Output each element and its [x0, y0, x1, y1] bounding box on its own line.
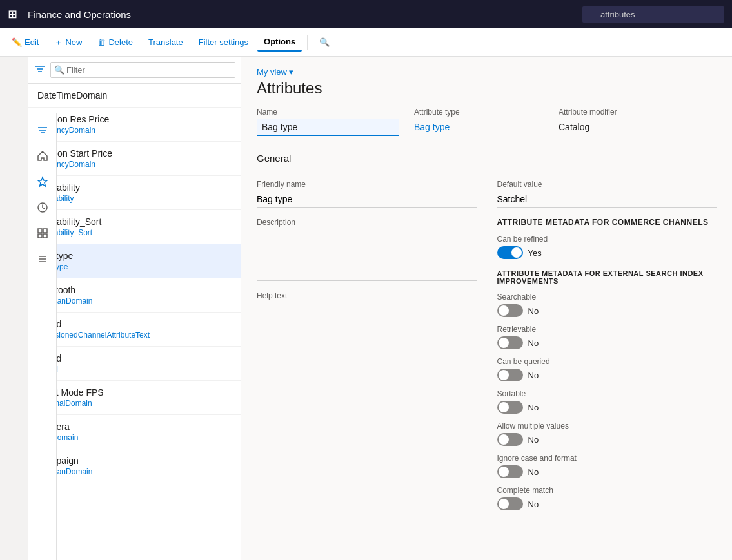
global-search-input[interactable] [582, 6, 724, 23]
new-icon: ＋ [54, 37, 63, 48]
search-button[interactable]: 🔍 [313, 34, 336, 51]
app-title: Finance and Operations [28, 9, 572, 20]
delete-button[interactable]: 🗑 Delete [91, 34, 139, 51]
toolbar-divider [307, 35, 308, 50]
search-icon: 🔍 [319, 37, 330, 47]
translate-button[interactable]: Translate [142, 34, 190, 51]
top-bar: ⊞ Finance and Operations 🔍 [0, 0, 732, 28]
global-search-wrapper: 🔍 [582, 6, 724, 23]
edit-icon: ✏️ [12, 37, 22, 47]
toolbar: ✏️ Edit ＋ New 🗑 Delete Translate Filter … [0, 28, 732, 57]
delete-icon: 🗑 [97, 37, 106, 47]
options-button[interactable]: Options [257, 33, 302, 52]
new-button[interactable]: ＋ New [48, 33, 88, 52]
grid-icon[interactable]: ⊞ [8, 7, 17, 21]
edit-button[interactable]: ✏️ Edit [5, 34, 45, 51]
filter-settings-button[interactable]: Filter settings [192, 34, 255, 51]
